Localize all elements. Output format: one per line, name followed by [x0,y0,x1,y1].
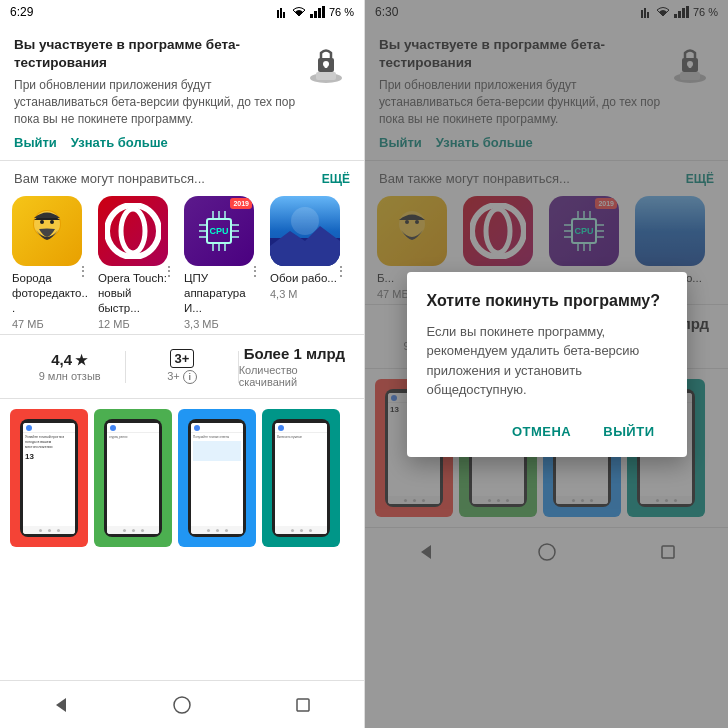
opera-app-menu[interactable]: ⋮ [162,264,176,278]
ss-nav-green [107,526,159,534]
svg-text:CPU: CPU [209,226,228,236]
screenshot-green: огурец репло [94,409,172,547]
ss-screen-content-blue: Получайте точные ответы [191,423,243,534]
rating-row-left: 4,4 ★ 9 млн отзыв 3+ 3+ i Более 1 млрд К… [0,334,364,399]
recommendations-more-left[interactable]: ЕЩЁ [322,172,350,186]
ss-text-blue: Получайте точные ответы [193,435,241,439]
ss-nav-dot-t1 [291,529,294,532]
star-icon: ★ [75,352,88,368]
rating-score-item: 4,4 ★ 9 млн отзыв [14,351,125,382]
opera-bg [98,196,168,266]
ss-google-bar-blue [191,423,243,433]
app-card-wallpaper[interactable]: Обои рабо... 4,3 М ⋮ [266,192,350,334]
ss-nav-dot-g1 [123,529,126,532]
wallpaper-app-size: 4,3 М [270,288,298,300]
nav-bar-left [0,680,364,728]
time-left: 6:29 [10,5,33,19]
recommendations-title-left: Вам также могут понравиться... [14,171,205,186]
app-icon-wallpaper [270,196,340,266]
score-value: 4,4 [51,351,72,368]
dialog-actions: ОТМЕНА ВЫЙТИ [427,416,667,447]
svg-rect-36 [297,699,309,711]
beard-app-menu[interactable]: ⋮ [76,264,90,278]
ss-screen-content-green: огурец репло [107,423,159,534]
status-icons-left: 76 % [276,6,354,18]
back-btn-left[interactable] [39,683,83,727]
ss-nav-teal [275,526,327,534]
beta-title-left: Вы участвуете в программе бета-тестирова… [14,36,302,71]
ss-content-teal: Включить нужные [275,433,327,526]
ss-google-bar-teal [275,423,327,433]
ss-nav-dot-t3 [309,529,312,532]
cpu-app-menu[interactable]: ⋮ [248,264,262,278]
screenshot-red: Узнайте точный прогноз погоды в вашем ме… [10,409,88,547]
rating-score: 4,4 ★ [51,351,88,368]
ss-text-teal: Включить нужные [277,435,325,439]
ss-nav-dot-1 [39,529,42,532]
learn-more-btn-left[interactable]: Узнать больше [71,135,168,150]
ss-text-green: огурец репло [109,435,157,439]
app-icon-cpu: 2019 [184,196,254,266]
ss-nav-red [23,526,75,534]
ss-content-blue: Получайте точные ответы [191,433,243,526]
ss-phone-mock-blue: Получайте точные ответы [188,419,246,537]
ss-g-logo-blue [194,425,200,431]
dialog-title: Хотите покинуть программу? [427,292,667,310]
ss-content-green: огурец репло [107,433,159,526]
ss-nav-dot-2 [48,529,51,532]
recents-btn-left[interactable] [281,683,325,727]
svg-rect-5 [318,8,321,18]
ss-screen-green: огурец репло [107,423,159,534]
age-sub: 3+ [167,370,183,382]
rating-reviews: 9 млн отзыв [39,370,101,382]
dialog-body: Если вы покинете программу, рекомендуем … [427,322,667,400]
ss-phone-body-green: огурец репло [94,409,172,547]
status-bar-left: 6:29 76 % [0,0,364,24]
age-label: 3+ i [167,370,197,384]
ss-phone-body-red: Узнайте точный прогноз погоды в вашем ме… [10,409,88,547]
home-btn-left[interactable] [160,683,204,727]
svg-rect-8 [316,72,336,80]
dialog-box: Хотите покинуть программу? Если вы покин… [407,272,687,457]
age-info: 3+ [170,349,195,368]
rating-age-item: 3+ 3+ i [126,349,237,384]
app-card-cpu[interactable]: 2019 [180,192,264,334]
recents-icon-left [294,696,312,714]
rating-downloads-item: Более 1 млрд Количество скачиваний [239,345,350,388]
opera-app-size: 12 МБ [98,318,130,330]
ss-map-blue [193,441,241,461]
ss-screen-content-teal: Включить нужные [275,423,327,534]
wallpaper-app-menu[interactable]: ⋮ [334,264,348,278]
ss-nav-dot-b1 [207,529,210,532]
ss-phone-mock-teal: Включить нужные [272,419,330,537]
ss-g-logo-red [26,425,32,431]
ss-phone-body-blue: Получайте точные ответы [178,409,256,547]
wifi-icon [291,6,307,18]
screenshots-row-left: Узнайте точный прогноз погоды в вашем ме… [0,399,364,557]
ss-nav-blue [191,526,243,534]
ss-google-bar-green [107,423,159,433]
svg-rect-0 [277,10,279,18]
app-card-beard[interactable]: Борода фоторедакто... 47 МБ ⋮ [8,192,92,334]
beta-banner-left: Вы участвуете в программе бета-тестирова… [0,24,364,161]
dialog-cancel-btn[interactable]: ОТМЕНА [500,416,583,447]
app-icon-opera [98,196,168,266]
dialog-exit-btn[interactable]: ВЫЙТИ [591,416,666,447]
downloads-value: Более 1 млрд [244,345,345,362]
ss-text-red: Узнайте точный прогноз погоды в вашем ме… [25,435,73,450]
ss-phone-body-teal: Включить нужные [262,409,340,547]
back-icon-left [52,696,70,714]
svg-rect-6 [322,6,325,18]
cpu-svg: CPU [193,205,245,257]
info-icon: i [183,370,197,384]
right-panel: 6:30 76 % Вы участвуете в программе бета… [364,0,728,728]
svg-point-17 [121,209,145,253]
svg-rect-2 [283,12,285,18]
recommendations-header-left: Вам также могут понравиться... ЕЩЁ [0,161,364,192]
beard-svg [20,204,75,259]
app-card-opera[interactable]: Opera Touch: новый быстр... 12 МБ ⋮ [94,192,178,334]
cpu-app-size: 3,3 МБ [184,318,219,330]
ss-nav-dot-g3 [141,529,144,532]
svg-marker-34 [56,698,66,712]
exit-beta-btn-left[interactable]: Выйти [14,135,57,150]
